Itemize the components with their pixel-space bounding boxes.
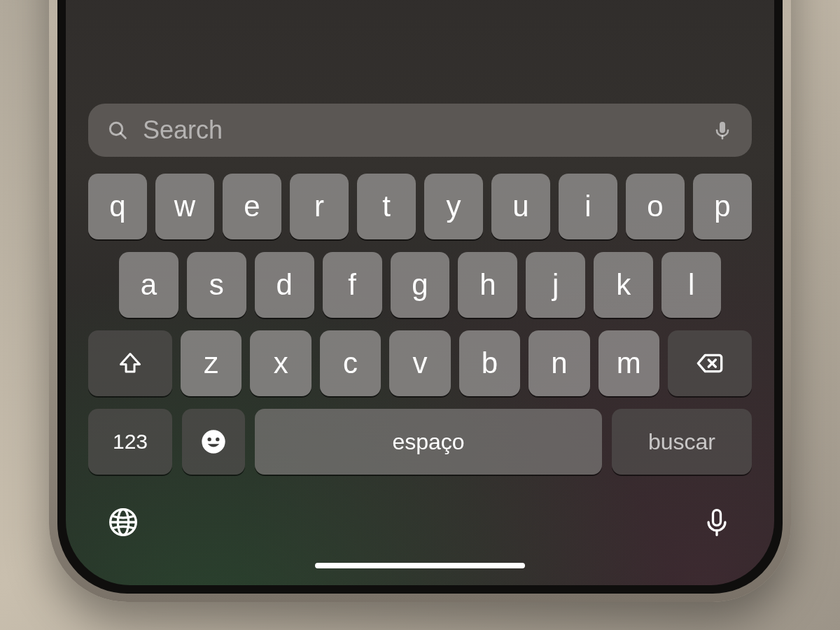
- key-r[interactable]: r: [290, 174, 349, 239]
- key-m[interactable]: m: [598, 330, 659, 396]
- svg-point-7: [208, 438, 211, 441]
- keyboard: q w e r t y u i o p a s d: [88, 169, 752, 475]
- key-h[interactable]: h: [458, 252, 517, 318]
- key-k[interactable]: k: [594, 252, 653, 318]
- svg-point-6: [202, 430, 225, 453]
- key-u[interactable]: u: [491, 174, 550, 239]
- key-z[interactable]: z: [181, 330, 241, 396]
- key-p[interactable]: p: [693, 174, 752, 239]
- keyboard-footer: [88, 487, 752, 538]
- keyboard-row-4: 123 espaço buscar: [88, 409, 752, 475]
- keyboard-row-2: a s d f g h j k l: [88, 252, 752, 318]
- keyboard-row-3: z x c v b n m: [88, 330, 752, 396]
- key-n[interactable]: n: [528, 330, 589, 396]
- key-t[interactable]: t: [357, 174, 416, 239]
- phone-screen: q w e r t y u i o p a s d: [66, 0, 774, 585]
- globe-icon[interactable]: [108, 507, 139, 538]
- numeric-key[interactable]: 123: [88, 409, 172, 475]
- phone-frame: q w e r t y u i o p a s d: [49, 0, 791, 602]
- shift-icon: [118, 351, 143, 376]
- space-key[interactable]: espaço: [255, 409, 602, 475]
- shift-key[interactable]: [88, 330, 172, 396]
- key-x[interactable]: x: [250, 330, 311, 396]
- key-c[interactable]: c: [320, 330, 381, 396]
- phone-bezel: q w e r t y u i o p a s d: [57, 0, 783, 594]
- return-key[interactable]: buscar: [612, 409, 752, 475]
- svg-line-1: [120, 133, 125, 138]
- key-o[interactable]: o: [626, 174, 685, 239]
- key-a[interactable]: a: [119, 252, 178, 318]
- key-d[interactable]: d: [255, 252, 314, 318]
- dictation-icon[interactable]: [711, 119, 734, 141]
- emoji-icon: [200, 428, 227, 456]
- search-bar[interactable]: [88, 104, 752, 157]
- key-y[interactable]: y: [424, 174, 483, 239]
- backspace-icon: [696, 349, 724, 377]
- key-l[interactable]: l: [662, 252, 721, 318]
- backspace-key[interactable]: [668, 330, 752, 396]
- svg-point-8: [216, 438, 219, 441]
- search-input[interactable]: [141, 115, 699, 146]
- dictation-footer-icon[interactable]: [701, 507, 732, 538]
- home-indicator[interactable]: [315, 563, 525, 568]
- key-j[interactable]: j: [526, 252, 585, 318]
- key-g[interactable]: g: [391, 252, 450, 318]
- svg-rect-2: [720, 122, 725, 133]
- emoji-key[interactable]: [182, 409, 245, 475]
- key-w[interactable]: w: [155, 174, 214, 239]
- key-i[interactable]: i: [559, 174, 617, 239]
- key-b[interactable]: b: [459, 330, 520, 396]
- keyboard-row-1: q w e r t y u i o p: [88, 174, 752, 239]
- key-q[interactable]: q: [88, 174, 147, 239]
- key-v[interactable]: v: [389, 330, 450, 396]
- search-icon: [106, 119, 129, 141]
- key-s[interactable]: s: [187, 252, 246, 318]
- key-f[interactable]: f: [323, 252, 382, 318]
- key-e[interactable]: e: [223, 174, 281, 239]
- svg-rect-12: [713, 510, 721, 526]
